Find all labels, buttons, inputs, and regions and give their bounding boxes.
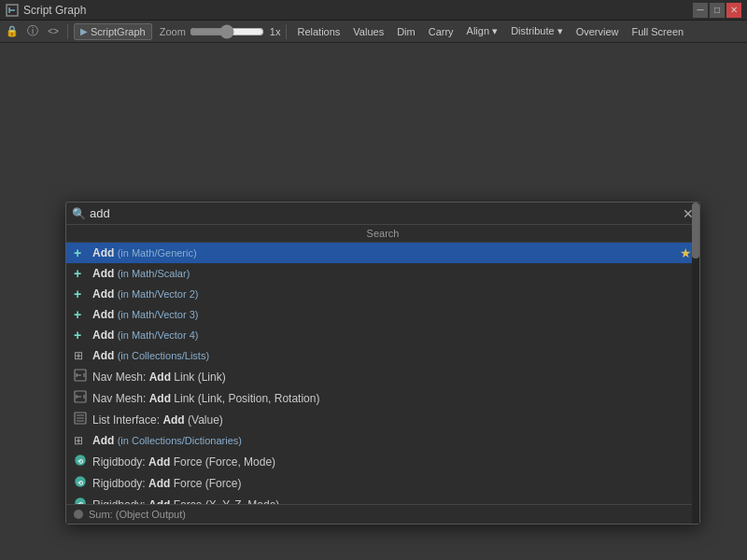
list-item[interactable]: ⟲Rigidbody: Add Force (Force, Mode) bbox=[66, 451, 699, 472]
status-text: Sum: (Object Output) bbox=[89, 509, 186, 520]
rigidbody-icon: ⟲ bbox=[74, 475, 89, 491]
node-icon: ⊞ bbox=[74, 349, 89, 362]
plus-icon: + bbox=[74, 287, 89, 301]
rigidbody-icon: ⟲ bbox=[74, 454, 89, 469]
code-icon: <> bbox=[48, 26, 59, 36]
lock-icon: 🔒 bbox=[6, 25, 19, 37]
list-item[interactable]: List Interface: Add (Value) bbox=[66, 409, 699, 430]
search-dialog: 🔍 ✕ Search +Add (in Math/Generic)★+Add (… bbox=[65, 202, 700, 525]
node-icon bbox=[74, 369, 89, 385]
script-graph-arrow-icon: ▶ bbox=[80, 26, 88, 36]
close-button[interactable]: ✕ bbox=[726, 3, 741, 18]
main-area: 🔍 ✕ Search +Add (in Math/Generic)★+Add (… bbox=[0, 43, 747, 560]
search-header: Search bbox=[66, 225, 699, 243]
list-item[interactable]: ⊞Add (in Collections/Dictionaries) bbox=[66, 430, 699, 451]
toolbar-divider-2 bbox=[286, 24, 287, 39]
list-item[interactable]: +Add (in Math/Generic)★ bbox=[66, 243, 699, 263]
status-dot bbox=[74, 510, 83, 519]
list-item[interactable]: ⟲Rigidbody: Add Force (Force) bbox=[66, 472, 699, 494]
search-icon: 🔍 bbox=[72, 207, 86, 220]
rigidbody-icon: ⟲ bbox=[74, 497, 89, 504]
relations-button[interactable]: Relations bbox=[292, 22, 345, 41]
carry-button[interactable]: Carry bbox=[424, 22, 458, 41]
svg-text:⟲: ⟲ bbox=[78, 458, 83, 465]
title-bar-icon bbox=[6, 3, 19, 16]
search-input[interactable] bbox=[90, 206, 679, 220]
minimize-button[interactable]: ─ bbox=[693, 3, 708, 18]
info-icon: ⓘ bbox=[27, 23, 38, 39]
svg-text:⟲: ⟲ bbox=[78, 480, 83, 486]
toolbar-divider-1 bbox=[67, 24, 68, 39]
list-item[interactable]: ⟲Rigidbody: Add Force (X, Y, Z, Mode) bbox=[66, 494, 699, 504]
list-item[interactable]: Nav Mesh: Add Link (Link, Position, Rota… bbox=[66, 387, 699, 409]
zoom-value: 1x bbox=[270, 26, 281, 37]
plus-icon: + bbox=[74, 245, 89, 260]
maximize-button[interactable]: □ bbox=[710, 3, 725, 18]
list-item[interactable]: Nav Mesh: Add Link (Link) bbox=[66, 366, 699, 387]
script-graph-label: ScriptGraph bbox=[91, 26, 146, 37]
canvas-area[interactable]: 🔍 ✕ Search +Add (in Math/Generic)★+Add (… bbox=[0, 43, 747, 560]
fullscreen-button[interactable]: Full Screen bbox=[627, 22, 689, 41]
node-icon bbox=[74, 390, 89, 406]
toolbar: 🔒 ⓘ <> ▶ ScriptGraph Zoom 1x Relations V… bbox=[0, 21, 747, 43]
scrollbar-thumb[interactable] bbox=[692, 203, 699, 259]
scrollbar-track[interactable] bbox=[692, 203, 699, 524]
title-bar-controls: ─ □ ✕ bbox=[693, 3, 741, 18]
list-item[interactable]: +Add (in Math/Scalar) bbox=[66, 263, 699, 284]
plus-icon: + bbox=[74, 328, 89, 343]
code-button[interactable]: <> bbox=[45, 23, 62, 40]
node-icon: ⊞ bbox=[74, 434, 89, 447]
values-button[interactable]: Values bbox=[348, 22, 388, 41]
info-button[interactable]: ⓘ bbox=[24, 23, 41, 40]
overview-button[interactable]: Overview bbox=[571, 22, 624, 41]
status-bar: Sum: (Object Output) bbox=[66, 504, 699, 524]
script-graph-button[interactable]: ▶ ScriptGraph bbox=[74, 23, 152, 40]
search-input-row: 🔍 ✕ bbox=[66, 203, 699, 225]
list-item[interactable]: +Add (in Math/Vector 3) bbox=[66, 304, 699, 325]
star-icon[interactable]: ★ bbox=[680, 245, 692, 260]
svg-text:⟲: ⟲ bbox=[78, 501, 83, 505]
align-button[interactable]: Align ▾ bbox=[462, 22, 503, 41]
search-results[interactable]: +Add (in Math/Generic)★+Add (in Math/Sca… bbox=[66, 243, 699, 504]
plus-icon: + bbox=[74, 266, 89, 281]
node-icon bbox=[74, 412, 89, 427]
distribute-button[interactable]: Distribute ▾ bbox=[506, 22, 568, 41]
plus-icon: + bbox=[74, 307, 89, 322]
list-item[interactable]: +Add (in Math/Vector 4) bbox=[66, 325, 699, 345]
lock-button[interactable]: 🔒 bbox=[4, 23, 21, 40]
zoom-slider[interactable] bbox=[190, 24, 264, 39]
title-bar-title: Script Graph bbox=[23, 4, 693, 17]
zoom-label: Zoom bbox=[160, 26, 186, 37]
dim-button[interactable]: Dim bbox=[392, 22, 420, 41]
list-item[interactable]: +Add (in Math/Vector 2) bbox=[66, 284, 699, 304]
list-item[interactable]: ⊞Add (in Collections/Lists) bbox=[66, 345, 699, 366]
title-bar: Script Graph ─ □ ✕ bbox=[0, 0, 747, 21]
